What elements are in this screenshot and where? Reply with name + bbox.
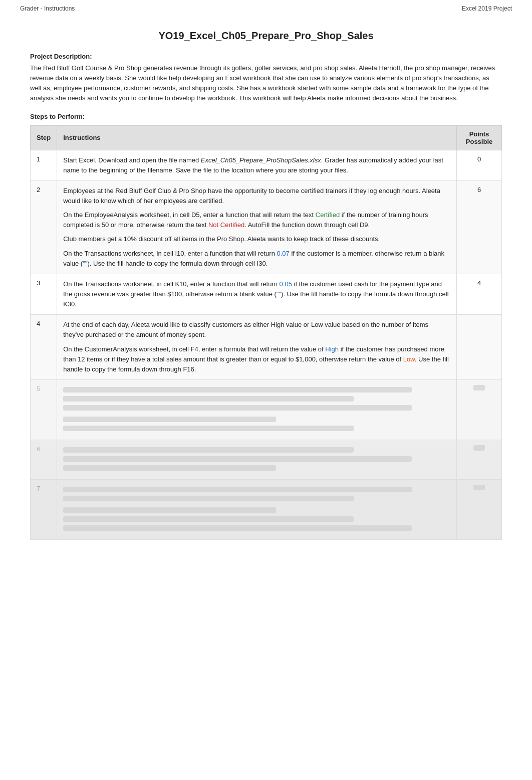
col-header-instructions: Instructions	[57, 125, 457, 150]
step-points	[457, 379, 502, 440]
step-instructions: Start Excel. Download and open the file …	[57, 150, 457, 180]
step-points	[457, 315, 502, 380]
step-number: 7	[31, 479, 57, 539]
step-points	[457, 479, 502, 539]
table-row: 7	[31, 479, 502, 539]
step-number: 4	[31, 315, 57, 380]
table-row: 3 On the Transactions worksheet, in cell…	[31, 274, 502, 314]
step-number: 5	[31, 379, 57, 440]
step-instructions-blurred	[57, 379, 457, 440]
table-row: 4 At the end of each day, Aleeta would l…	[31, 315, 502, 380]
page-title: YO19_Excel_Ch05_Prepare_Pro_Shop_Sales	[30, 30, 502, 42]
table-row: 5	[31, 379, 502, 440]
project-description: The Red Bluff Golf Course & Pro Shop gen…	[30, 63, 502, 104]
step-number: 2	[31, 180, 57, 274]
steps-heading: Steps to Perform:	[30, 113, 502, 120]
step-points: 6	[457, 180, 502, 274]
step-instructions-blurred	[57, 440, 457, 479]
step-number: 3	[31, 274, 57, 314]
step-points: 0	[457, 150, 502, 180]
step-instructions-blurred	[57, 479, 457, 539]
col-header-points: Points Possible	[457, 125, 502, 150]
page-header: Grader - Instructions Excel 2019 Project	[0, 0, 532, 15]
step-number: 1	[31, 150, 57, 180]
project-description-heading: Project Description:	[30, 53, 502, 60]
table-row: 2 Employees at the Red Bluff Golf Club &…	[31, 180, 502, 274]
steps-table: Step Instructions Points Possible 1 Star…	[30, 125, 502, 540]
col-header-step: Step	[31, 125, 57, 150]
table-row: 1 Start Excel. Download and open the fil…	[31, 150, 502, 180]
step-instructions: Employees at the Red Bluff Golf Club & P…	[57, 180, 457, 274]
step-instructions: On the Transactions worksheet, in cell K…	[57, 274, 457, 314]
header-right: Excel 2019 Project	[462, 5, 512, 12]
header-left: Grader - Instructions	[20, 5, 75, 12]
step-instructions: At the end of each day, Aleeta would lik…	[57, 315, 457, 380]
main-content: YO19_Excel_Ch05_Prepare_Pro_Shop_Sales P…	[0, 15, 532, 560]
step-points	[457, 440, 502, 479]
step-number: 6	[31, 440, 57, 479]
step-points: 4	[457, 274, 502, 314]
table-row: 6	[31, 440, 502, 479]
